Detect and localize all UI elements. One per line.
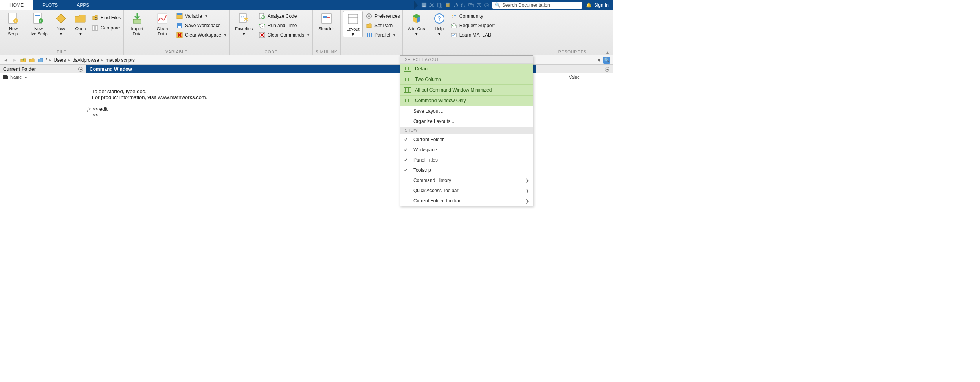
path-dropdown-icon[interactable]: ▼	[597, 57, 602, 63]
community-button[interactable]: Community	[451, 12, 495, 20]
group-label-variable: VARIABLE	[126, 49, 227, 55]
ribbon-group-resources: Add-Ons▼ ? Help▼ Community Request Suppo…	[403, 10, 613, 55]
help-icon[interactable]: ?	[476, 2, 482, 8]
help-button[interactable]: ? Help▼	[431, 11, 448, 37]
notification-bell-icon[interactable]: 🔔	[586, 2, 592, 8]
set-path-button[interactable]: Set Path	[366, 21, 400, 30]
undo-icon[interactable]	[452, 2, 459, 8]
qat-dropdown-icon[interactable]	[484, 2, 490, 8]
ribbon-group-environment: Layout▼ Preferences Set Path Parallel ▼ …	[341, 10, 403, 55]
fx-icon[interactable]: fx	[87, 106, 90, 112]
svg-text:+: +	[40, 19, 42, 23]
current-folder-header[interactable]: Name ▲	[0, 73, 86, 81]
breadcrumb-folder[interactable]: matlab scripts	[106, 57, 135, 63]
sign-in-label: Sign In	[594, 2, 609, 8]
analyze-code-button[interactable]: Analyze Code	[259, 12, 310, 20]
breadcrumb-users[interactable]: Users	[53, 57, 66, 63]
layout-all-but-cw-minimized[interactable]: All but Command Window Minimized	[400, 85, 533, 96]
svg-rect-8	[469, 3, 472, 6]
simulink-button[interactable]: Simulink	[315, 11, 338, 31]
clean-data-button[interactable]: Clean Data	[151, 11, 173, 37]
clear-workspace-button[interactable]: Clear Workspace ▼	[176, 31, 227, 39]
search-folder-icon[interactable]: 🔍	[603, 57, 610, 64]
workspace-header[interactable]: Value	[536, 73, 613, 81]
show-header: SHOW	[400, 127, 533, 134]
svg-rect-9	[470, 4, 473, 7]
clear-commands-button[interactable]: Clear Commands ▼	[259, 31, 310, 39]
group-label-code: CODE	[232, 49, 310, 55]
cut-icon[interactable]	[429, 2, 435, 8]
find-files-button[interactable]: Find Files	[92, 13, 121, 22]
new-script-button[interactable]: + New Script	[2, 11, 24, 37]
forward-icon[interactable]: ►	[11, 57, 18, 64]
svg-rect-1	[422, 5, 425, 7]
svg-rect-46	[371, 33, 372, 37]
favorites-button[interactable]: >> Favorites▼	[232, 11, 256, 37]
svg-rect-39	[348, 14, 358, 24]
addons-button[interactable]: Add-Ons▼	[405, 11, 428, 37]
up-folder-icon[interactable]	[20, 57, 27, 64]
tab-apps[interactable]: APPS	[67, 0, 99, 10]
svg-point-49	[452, 15, 453, 16]
show-toolstrip[interactable]: ✔Toolstrip	[400, 165, 533, 175]
open-button[interactable]: Open▼	[72, 11, 89, 37]
layout-command-window-only[interactable]: Command Window Only	[400, 96, 533, 106]
new-button[interactable]: New▼	[53, 11, 69, 37]
svg-point-38	[329, 17, 330, 18]
tab-home[interactable]: HOME	[0, 0, 33, 10]
save-icon[interactable]	[421, 2, 427, 8]
breadcrumb-root[interactable]: /	[46, 57, 47, 63]
save-layout[interactable]: Save Layout...	[400, 106, 533, 116]
save-workspace-button[interactable]: Save Workspace	[176, 21, 227, 30]
toolstrip: + New Script + New Live Script New▼ Open…	[0, 10, 613, 55]
layout-icon	[404, 98, 411, 103]
preferences-button[interactable]: Preferences	[366, 12, 400, 20]
layout-button[interactable]: Layout▼	[343, 11, 363, 37]
tab-plots[interactable]: PLOTS	[33, 0, 67, 10]
copy-icon[interactable]	[437, 2, 443, 8]
request-support-button[interactable]: Request Support	[451, 21, 495, 30]
search-icon: 🔍	[495, 2, 501, 8]
svg-rect-32	[259, 13, 264, 19]
show-current-folder-toolbar[interactable]: Current Folder Toolbar❯	[400, 196, 533, 206]
search-documentation[interactable]: 🔍 Search Documentation	[492, 2, 582, 9]
show-panel-titles[interactable]: ✔Panel Titles	[400, 155, 533, 165]
organize-layouts[interactable]: Organize Layouts...	[400, 116, 533, 127]
workspace-panel: W Value	[536, 65, 613, 239]
variable-button[interactable]: Variable ▼	[176, 12, 227, 20]
layout-icon	[404, 77, 411, 82]
paste-icon[interactable]	[444, 2, 451, 8]
minimize-toolstrip-icon[interactable]: ▴	[606, 50, 611, 54]
show-workspace[interactable]: ✔Workspace	[400, 145, 533, 155]
show-current-folder[interactable]: ✔Current Folder	[400, 134, 533, 145]
check-icon: ✔	[404, 137, 409, 142]
current-folder-panel: Current Folder Name ▲	[0, 65, 86, 239]
learn-matlab-button[interactable]: Learn MATLAB	[451, 31, 495, 39]
svg-rect-4	[437, 3, 440, 7]
sign-in[interactable]: 🔔 Sign In	[582, 2, 613, 8]
redo-icon[interactable]	[460, 2, 466, 8]
show-command-history[interactable]: Command History❯	[400, 175, 533, 185]
back-icon[interactable]: ◄	[2, 57, 9, 64]
show-quick-access-toolbar[interactable]: Quick Access Toolbar❯	[400, 185, 533, 196]
run-and-time-button[interactable]: Run and Time	[259, 21, 310, 30]
new-live-script-button[interactable]: + New Live Script	[28, 11, 50, 37]
quick-access-toolbar: ?	[418, 2, 492, 8]
svg-rect-22	[95, 26, 98, 30]
panel-actions-icon[interactable]	[78, 67, 83, 72]
svg-point-50	[454, 15, 456, 16]
panel-actions-icon[interactable]	[605, 67, 609, 72]
search-placeholder: Search Documentation	[502, 2, 550, 8]
compare-button[interactable]: Compare	[92, 24, 121, 32]
folder-icon[interactable]	[37, 57, 44, 64]
parallel-button[interactable]: Parallel ▼	[366, 31, 400, 39]
svg-rect-28	[178, 26, 181, 28]
layout-default[interactable]: Default	[400, 64, 533, 74]
chevron-right-icon: ❯	[525, 188, 529, 193]
layout-two-column[interactable]: Two Column	[400, 74, 533, 85]
import-data-button[interactable]: Import Data	[126, 11, 148, 37]
file-icon	[3, 75, 8, 79]
browse-folder-icon[interactable]	[28, 57, 35, 64]
breadcrumb-user[interactable]: davidprowse	[73, 57, 99, 63]
switch-windows-icon[interactable]	[468, 2, 474, 8]
